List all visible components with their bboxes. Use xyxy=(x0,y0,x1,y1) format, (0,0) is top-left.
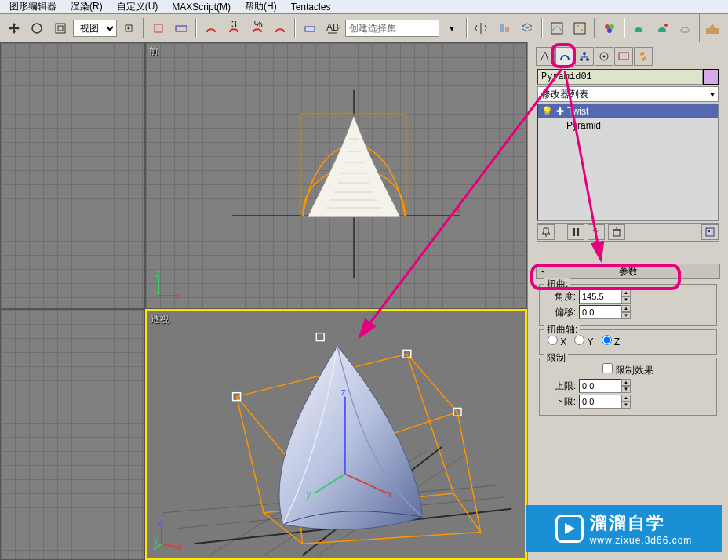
configure-sets-icon[interactable] xyxy=(701,224,719,240)
rotate-icon[interactable] xyxy=(27,17,49,39)
create-tab[interactable] xyxy=(536,47,555,66)
scale-icon[interactable] xyxy=(49,17,71,39)
svg-point-20 xyxy=(664,24,668,27)
svg-rect-69 xyxy=(573,228,575,236)
material-editor-icon[interactable] xyxy=(599,17,621,39)
snap-icon[interactable] xyxy=(200,17,222,39)
svg-point-63 xyxy=(583,52,586,55)
twist-group: 扭曲: 角度: ▲▼ 偏移: ▲▼ xyxy=(539,284,717,326)
selset-dropdown-icon[interactable]: ▾ xyxy=(441,17,463,39)
svg-rect-5 xyxy=(155,24,162,32)
angle-input[interactable] xyxy=(579,289,621,304)
bias-spinner[interactable]: ▲▼ xyxy=(579,305,631,319)
modify-tab[interactable] xyxy=(555,47,574,66)
svg-text:z: z xyxy=(155,271,160,279)
svg-text:z: z xyxy=(158,520,163,527)
modifier-pyramid[interactable]: Pyramid xyxy=(538,118,718,133)
modifier-stack-toolbar xyxy=(537,223,719,242)
angle-snap-icon[interactable]: 3 xyxy=(224,17,246,39)
svg-rect-68 xyxy=(619,53,628,60)
menu-maxscript[interactable]: MAXScript(M) xyxy=(166,1,237,13)
hierarchy-tab[interactable] xyxy=(575,47,594,66)
svg-point-18 xyxy=(610,24,614,29)
expand-icon[interactable]: ✚ xyxy=(556,106,564,117)
render-last-icon[interactable] xyxy=(651,17,673,39)
svg-point-17 xyxy=(605,24,610,29)
viewport-bottom-left[interactable] xyxy=(0,309,145,560)
abc-icon[interactable]: ABC xyxy=(322,17,344,39)
layers-icon[interactable] xyxy=(517,17,539,39)
svg-rect-50 xyxy=(316,333,324,341)
viewport-perspective[interactable]: 透视 xyxy=(145,309,527,560)
modifier-list-combo[interactable]: 修改器列表▾ xyxy=(537,86,719,102)
svg-rect-16 xyxy=(581,29,583,31)
display-tab[interactable] xyxy=(614,47,633,66)
angle-spinner[interactable]: ▲▼ xyxy=(579,289,631,304)
watermark: 溜溜自学 www.zixue.3d66.com xyxy=(526,505,722,552)
limit-effect-checkbox[interactable]: 限制效果 xyxy=(602,363,653,377)
right-toolbar xyxy=(699,14,725,42)
svg-point-4 xyxy=(128,27,130,29)
selection-set-input[interactable] xyxy=(345,20,439,37)
viewports: 前 x z x xyxy=(0,42,527,560)
viewport-top-left[interactable] xyxy=(0,42,145,309)
ref-coord-combo[interactable]: 视图 xyxy=(73,20,117,37)
axis-x-radio[interactable]: X xyxy=(548,335,566,347)
modifier-twist[interactable]: 💡 ✚ Twist xyxy=(538,104,718,118)
menu-tentacles[interactable]: Tentacles xyxy=(285,1,337,13)
object-color-swatch[interactable] xyxy=(703,69,719,85)
reactor-icon[interactable] xyxy=(701,17,723,39)
svg-text:x: x xyxy=(456,204,460,215)
motion-tab[interactable] xyxy=(595,47,613,66)
axis-z-radio[interactable]: Z xyxy=(602,335,621,347)
remove-mod-icon[interactable] xyxy=(608,224,625,240)
rollout-header-parameters[interactable]: - 参数 xyxy=(536,264,720,279)
select-manip-icon[interactable] xyxy=(147,17,169,39)
modifier-stack[interactable]: 💡 ✚ Twist Pyramid xyxy=(537,104,719,221)
svg-rect-15 xyxy=(577,25,579,27)
mirror-icon[interactable] xyxy=(471,17,493,39)
pin-stack-icon[interactable] xyxy=(537,224,555,240)
render-scene-icon[interactable] xyxy=(628,17,650,39)
svg-rect-70 xyxy=(577,228,579,236)
axis-y-radio[interactable]: Y xyxy=(574,335,593,347)
spinner-snap-icon[interactable] xyxy=(270,17,292,39)
viewport-label-perspective: 透视 xyxy=(151,313,169,326)
pan-icon[interactable] xyxy=(3,17,25,39)
object-name-input[interactable] xyxy=(537,69,703,85)
named-sel-icon[interactable] xyxy=(299,17,321,39)
menu-customize[interactable]: 自定义(U) xyxy=(111,0,165,14)
upper-input[interactable] xyxy=(579,379,621,393)
utilities-tab[interactable] xyxy=(634,47,653,66)
upper-spinner[interactable]: ▲▼ xyxy=(579,379,631,393)
show-end-icon[interactable] xyxy=(567,224,584,240)
svg-rect-71 xyxy=(613,230,620,236)
main-area: 前 x z x xyxy=(0,42,728,560)
svg-point-67 xyxy=(603,56,606,58)
svg-rect-14 xyxy=(574,23,585,34)
lower-input[interactable] xyxy=(579,395,621,409)
make-unique-icon[interactable] xyxy=(588,224,605,240)
menu-shape-editor[interactable]: 图形编辑器 xyxy=(3,0,63,14)
percent-snap-icon[interactable]: % xyxy=(246,17,268,39)
schematic-icon[interactable] xyxy=(570,17,592,39)
curve-editor-icon[interactable] xyxy=(546,17,568,39)
svg-rect-11 xyxy=(500,24,504,32)
angle-label: 角度: xyxy=(544,290,576,304)
limit-group: 限制 限制效果 上限: ▲▼ 下限: ▲▼ xyxy=(539,358,717,416)
svg-text:3: 3 xyxy=(231,21,237,30)
viewport-front[interactable]: 前 x z x xyxy=(145,42,527,309)
svg-point-64 xyxy=(580,58,583,61)
svg-rect-21 xyxy=(706,28,719,34)
align-icon[interactable] xyxy=(493,17,515,39)
svg-rect-73 xyxy=(708,230,710,232)
pivot-icon[interactable] xyxy=(118,17,140,39)
lower-spinner[interactable]: ▲▼ xyxy=(579,395,631,409)
bias-input[interactable] xyxy=(579,305,621,319)
svg-text:%: % xyxy=(254,21,263,30)
menu-render[interactable]: 渲染(R) xyxy=(64,0,109,14)
quick-render-icon[interactable] xyxy=(675,17,697,39)
svg-text:z: z xyxy=(341,387,346,398)
menu-help[interactable]: 帮助(H) xyxy=(238,0,283,14)
keyboard-icon[interactable] xyxy=(171,17,193,39)
